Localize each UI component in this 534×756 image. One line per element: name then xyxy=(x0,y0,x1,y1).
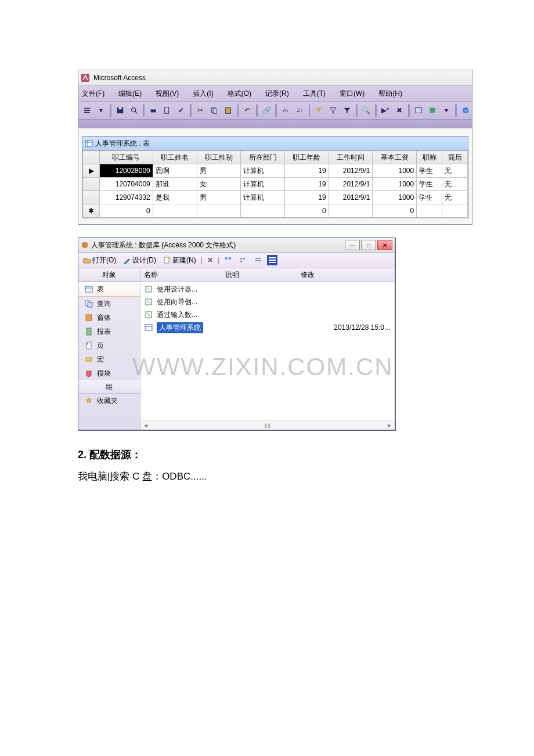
db-window-icon[interactable] xyxy=(412,103,425,117)
new-row-indicator-icon[interactable]: ✱ xyxy=(83,204,100,218)
cell[interactable] xyxy=(417,204,442,218)
col-header[interactable]: 职工姓名 xyxy=(153,151,197,164)
cell[interactable]: 1000 xyxy=(373,191,417,204)
delete-icon[interactable]: ✕ xyxy=(205,255,215,265)
employee-table[interactable]: 职工编号 职工姓名 职工性别 所在部门 职工年龄 工作时间 基本工资 职称 简历… xyxy=(82,150,468,218)
delete-record-icon[interactable]: ✖ xyxy=(393,103,406,117)
cut-icon[interactable]: ✂ xyxy=(194,103,207,117)
current-row-indicator-icon[interactable]: ▶ xyxy=(83,164,100,178)
nav-item-queries[interactable]: 查询 xyxy=(78,297,140,311)
sort-asc-icon[interactable]: A↓ xyxy=(279,103,292,117)
cell[interactable]: 2012/9/1 xyxy=(329,164,373,178)
list-item[interactable]: 人事管理系统 2013/12/28 15:0... xyxy=(140,321,395,334)
new-button[interactable]: 新建(N) xyxy=(161,254,199,267)
nav-item-macros[interactable]: 宏 xyxy=(78,352,140,366)
cell[interactable]: 120704009 xyxy=(100,178,153,191)
cell[interactable]: 学生 xyxy=(417,164,442,178)
nav-item-favorites[interactable]: 收藏夹 xyxy=(78,394,140,408)
horizontal-scrollbar[interactable]: ◄▮▮► xyxy=(140,420,395,430)
list-icon[interactable] xyxy=(252,255,265,265)
preview-icon[interactable] xyxy=(161,103,174,117)
col-header[interactable]: 所在部门 xyxy=(241,151,285,164)
row-selector-header[interactable] xyxy=(83,151,100,164)
cell[interactable] xyxy=(153,204,197,218)
col-header[interactable]: 职工性别 xyxy=(197,151,241,164)
open-button[interactable]: 打开(O) xyxy=(81,254,118,267)
cell[interactable]: 0 xyxy=(285,204,329,218)
row-selector[interactable] xyxy=(83,191,100,204)
cell[interactable]: 男 xyxy=(197,191,241,204)
cell[interactable]: 129074332 xyxy=(100,191,153,204)
nav-item-forms[interactable]: 窗体 xyxy=(78,311,140,325)
new-object-icon[interactable] xyxy=(426,103,439,117)
close-button[interactable]: ✕ xyxy=(377,240,392,250)
filter-form-icon[interactable] xyxy=(327,103,340,117)
cell[interactable]: 19 xyxy=(285,191,329,204)
list-item[interactable]: 通过输入数... xyxy=(140,308,395,321)
find-icon[interactable]: 🔍 xyxy=(360,103,373,117)
design-button[interactable]: 设计(D) xyxy=(121,254,158,267)
filter-selection-icon[interactable] xyxy=(312,103,325,117)
cell[interactable]: 计算机 xyxy=(241,164,285,178)
cell[interactable]: 1000 xyxy=(373,164,417,178)
cell[interactable]: 学生 xyxy=(417,178,442,191)
list-item[interactable]: 使用向导创... xyxy=(140,296,395,308)
cell[interactable]: 120028009 xyxy=(100,164,153,178)
table-row[interactable]: 120704009 那谁 女 计算机 19 2012/9/1 1000 学生 无 xyxy=(83,178,468,191)
search-icon[interactable] xyxy=(128,103,140,117)
paste-icon[interactable] xyxy=(222,103,234,117)
save-icon[interactable] xyxy=(114,103,127,117)
dropdown-icon[interactable]: ▾ xyxy=(95,103,107,117)
col-header[interactable]: 职工编号 xyxy=(100,151,153,164)
table-row[interactable]: ▶ 120028009 恩啊 男 计算机 19 2012/9/1 1000 学生… xyxy=(83,164,468,178)
copy-icon[interactable] xyxy=(208,103,221,117)
nav-item-reports[interactable]: 报表 xyxy=(78,325,140,339)
menu-window[interactable]: 窗口(W) xyxy=(340,89,371,99)
menu-file[interactable]: 文件(F) xyxy=(82,89,111,99)
cell[interactable] xyxy=(241,204,285,218)
cell[interactable] xyxy=(329,204,373,218)
col-header[interactable]: 基本工资 xyxy=(373,151,417,164)
new-record-icon[interactable]: ▶* xyxy=(379,103,392,117)
cell[interactable]: 男 xyxy=(197,164,241,178)
cell[interactable]: 0 xyxy=(373,204,417,218)
print-icon[interactable] xyxy=(147,103,160,117)
dropdown-icon[interactable]: ▾ xyxy=(440,103,453,117)
list-item[interactable]: 使用设计器... xyxy=(140,283,395,296)
cell[interactable]: 无 xyxy=(442,164,468,178)
menu-view[interactable]: 视图(V) xyxy=(156,89,186,99)
menu-edit[interactable]: 编辑(E) xyxy=(118,89,149,99)
small-icons-icon[interactable] xyxy=(237,255,250,265)
undo-icon[interactable]: ↶ xyxy=(241,103,254,117)
help-icon[interactable]: ? xyxy=(459,103,472,117)
nav-item-pages[interactable]: 页 xyxy=(78,339,140,352)
cell[interactable]: 1000 xyxy=(373,178,417,191)
cell[interactable]: 无 xyxy=(442,191,468,204)
menu-help[interactable]: 帮助(H) xyxy=(378,89,409,99)
cell[interactable]: 计算机 xyxy=(241,178,285,191)
table-row[interactable]: 129074332 是我 男 计算机 19 2012/9/1 1000 学生 无 xyxy=(83,191,468,204)
view-icon[interactable] xyxy=(81,103,93,117)
large-icons-icon[interactable] xyxy=(222,255,234,265)
col-header[interactable]: 简历 xyxy=(442,151,468,164)
cell[interactable] xyxy=(197,204,241,218)
row-selector[interactable] xyxy=(83,178,100,191)
cell[interactable]: 19 xyxy=(285,178,329,191)
cell[interactable]: 计算机 xyxy=(241,191,285,204)
spell-icon[interactable]: ✔ xyxy=(175,103,187,117)
cell[interactable]: 学生 xyxy=(417,191,442,204)
col-name[interactable]: 名称 xyxy=(144,270,225,280)
menu-insert[interactable]: 插入(I) xyxy=(193,89,220,99)
cell[interactable]: 那谁 xyxy=(153,178,197,191)
minimize-button[interactable]: — xyxy=(345,240,360,250)
cell[interactable]: 是我 xyxy=(153,191,197,204)
nav-item-tables[interactable]: 表 xyxy=(78,282,140,297)
cell[interactable]: 19 xyxy=(285,164,329,178)
col-header[interactable]: 职工年龄 xyxy=(285,151,329,164)
menu-tools[interactable]: 工具(T) xyxy=(303,89,333,99)
sort-desc-icon[interactable]: Z↓ xyxy=(293,103,306,117)
maximize-button[interactable]: □ xyxy=(361,240,376,250)
menu-format[interactable]: 格式(O) xyxy=(228,89,258,99)
nav-item-modules[interactable]: 模块 xyxy=(78,366,140,380)
cell[interactable]: 0 xyxy=(100,204,153,218)
